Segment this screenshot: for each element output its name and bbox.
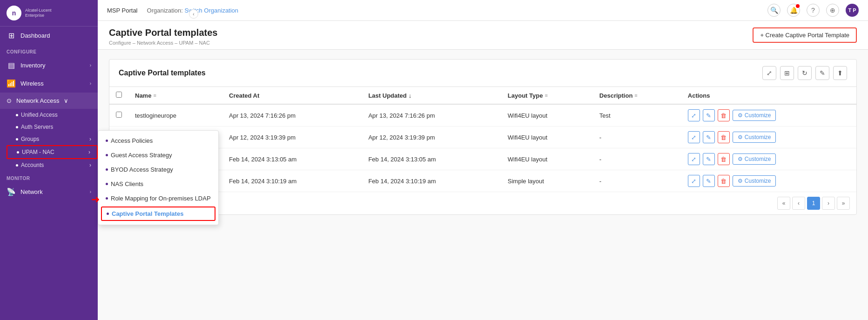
dot-icon — [106, 197, 108, 200]
card-title: Captive Portal templates — [119, 69, 206, 77]
gear-icon: ⚙ — [738, 134, 743, 140]
row-expand-btn-1[interactable]: ⤢ — [688, 131, 700, 143]
topbar-portal-label: MSP Portal — [107, 7, 138, 14]
notifications-button[interactable]: 🔔 — [787, 4, 800, 17]
page-1-button[interactable]: 1 — [807, 197, 820, 210]
create-captive-portal-button[interactable]: + Create Captive Portal Template — [753, 27, 857, 43]
user-avatar[interactable]: T P — [846, 4, 859, 17]
edit-button[interactable]: ✎ — [815, 66, 829, 80]
dot-icon — [106, 154, 108, 156]
row-delete-btn-0[interactable]: 🗑 — [718, 109, 730, 121]
row-desc-0: Test — [593, 104, 681, 127]
columns-button[interactable]: ⊞ — [780, 66, 794, 80]
dropdown-access-policies[interactable]: Access Policies — [98, 133, 218, 148]
row-layout-2: Wifi4EU layout — [501, 148, 593, 170]
row-edit-btn-3[interactable]: ✎ — [703, 175, 715, 187]
header-last-updated: Last Updated ↓ — [362, 87, 501, 104]
dropdown-captive-portal[interactable]: Captive Portal Templates — [101, 207, 215, 221]
network-access-chevron: ∨ — [64, 97, 68, 104]
page-first-button[interactable]: « — [777, 197, 790, 210]
row-checkbox-0[interactable] — [116, 112, 122, 118]
upam-arrow: ➜ — [91, 193, 100, 206]
sidebar-item-network-access[interactable]: ⊙ Network Access ∨ — [0, 93, 98, 109]
select-all-checkbox[interactable] — [116, 92, 122, 98]
refresh-button[interactable]: ↻ — [798, 66, 812, 80]
row-delete-btn-2[interactable]: 🗑 — [718, 153, 730, 165]
inventory-icon: ▤ — [7, 61, 16, 70]
header-layout-type: Layout Type ≡ — [501, 87, 593, 104]
export-button[interactable]: ⬆ — [833, 66, 847, 80]
description-filter-icon[interactable]: ≡ — [634, 93, 637, 98]
dropdown-byod-access[interactable]: BYOD Access Strategy — [98, 162, 218, 177]
layout-filter-icon[interactable]: ≡ — [545, 93, 547, 98]
logo-text: Alcatel·Lucent Enterprise — [25, 8, 52, 18]
dot-icon — [17, 151, 19, 153]
table-body: testlogineurope Apr 13, 2024 7:16:26 pm … — [109, 104, 856, 192]
sidebar-sub-groups[interactable]: Groups › — [7, 133, 98, 145]
sidebar-sub-unified-access[interactable]: Unified Access — [7, 109, 98, 121]
monitor-section-label: MONITOR — [0, 171, 98, 183]
page-prev-button[interactable]: ‹ — [792, 197, 805, 210]
sidebar-sub-upam-nac[interactable]: UPAM - NAC › — [7, 145, 98, 159]
row-layout-0: Wifi4EU layout — [501, 104, 593, 127]
dot-icon — [106, 168, 108, 171]
table-row: testcaptive Apr 12, 2024 3:19:39 pm Apr … — [109, 127, 856, 148]
wireless-chevron: › — [90, 81, 91, 86]
row-customize-btn-1[interactable]: ⚙ Customize — [733, 132, 776, 143]
row-layout-3: Simple layout — [501, 170, 593, 192]
row-updated-3: Feb 14, 2024 3:10:19 am — [362, 170, 501, 192]
table-row: ...plate Feb 14, 2024 3:10:19 am Feb 14,… — [109, 170, 856, 192]
notification-dot — [796, 4, 800, 8]
gear-icon: ⚙ — [738, 156, 743, 162]
captive-portal-card: Captive Portal templates ⤢ ⊞ ↻ ✎ ⬆ — [109, 59, 857, 215]
sort-down-icon[interactable]: ↓ — [409, 92, 412, 99]
row-edit-btn-0[interactable]: ✎ — [703, 109, 715, 121]
topbar: MSP Portal Organization: Switch Organiza… — [98, 0, 868, 21]
dot-icon — [106, 140, 108, 142]
settings-button[interactable]: ⊕ — [826, 4, 839, 17]
row-delete-btn-3[interactable]: 🗑 — [718, 175, 730, 187]
search-button[interactable]: 🔍 — [767, 4, 781, 17]
dot-icon — [107, 213, 109, 215]
sidebar-item-inventory[interactable]: ▤ Inventory › — [0, 56, 98, 74]
row-expand-btn-2[interactable]: ⤢ — [688, 153, 700, 165]
row-actions-2: ⤢ ✎ 🗑 ⚙ Customize — [681, 148, 856, 170]
sidebar-item-dashboard[interactable]: ⊞ Dashboard — [0, 27, 98, 45]
row-customize-btn-0[interactable]: ⚙ Customize — [733, 110, 776, 121]
expand-view-button[interactable]: ⤢ — [762, 66, 776, 80]
sidebar-item-wireless[interactable]: 📶 Wireless › — [0, 74, 98, 93]
row-customize-btn-2[interactable]: ⚙ Customize — [733, 153, 776, 165]
name-filter-icon[interactable]: ≡ — [153, 93, 156, 98]
row-edit-btn-2[interactable]: ✎ — [703, 153, 715, 165]
sidebar-collapse-button[interactable]: ‹ — [189, 9, 198, 19]
row-created-0: Apr 13, 2024 7:16:26 pm — [222, 104, 362, 127]
header-description: Description ≡ — [593, 87, 681, 104]
row-expand-btn-0[interactable]: ⤢ — [688, 109, 700, 121]
dot-icon — [16, 126, 18, 128]
card-actions: ⤢ ⊞ ↻ ✎ ⬆ — [762, 66, 847, 80]
page-last-button[interactable]: » — [837, 197, 850, 210]
table-row: testlogineurope Apr 13, 2024 7:16:26 pm … — [109, 104, 856, 127]
header-name: Name ≡ — [128, 87, 222, 104]
page-next-button[interactable]: › — [822, 197, 835, 210]
dropdown-guest-access[interactable]: Guest Access Strategy — [98, 148, 218, 162]
dropdown-nas-clients[interactable]: NAS Clients — [98, 177, 218, 191]
row-actions-1: ⤢ ✎ 🗑 ⚙ Customize — [681, 127, 856, 148]
row-created-3: Feb 14, 2024 3:10:19 am — [222, 170, 362, 192]
row-delete-btn-1[interactable]: 🗑 — [718, 131, 730, 143]
network-access-submenu: Unified Access Auth Servers Groups › UPA… — [0, 109, 98, 171]
row-created-2: Feb 14, 2024 3:13:05 am — [222, 148, 362, 170]
row-customize-btn-3[interactable]: ⚙ Customize — [733, 175, 776, 187]
sidebar-sub-auth-servers[interactable]: Auth Servers — [7, 121, 98, 133]
row-updated-0: Apr 13, 2024 7:16:26 pm — [362, 104, 501, 127]
sidebar-sub-accounts[interactable]: Accounts › — [7, 159, 98, 171]
help-button[interactable]: ? — [807, 4, 820, 17]
row-edit-btn-1[interactable]: ✎ — [703, 131, 715, 143]
sidebar-item-network[interactable]: 📡 Network › — [0, 183, 98, 201]
row-expand-btn-3[interactable]: ⤢ — [688, 175, 700, 187]
dropdown-role-mapping[interactable]: Role Mapping for On-premises LDAP — [98, 191, 218, 206]
table-row: C2Template Feb 14, 2024 3:13:05 am Feb 1… — [109, 148, 856, 170]
dot-icon — [16, 114, 18, 116]
groups-chevron: › — [89, 136, 91, 142]
header-actions: Actions — [681, 87, 856, 104]
